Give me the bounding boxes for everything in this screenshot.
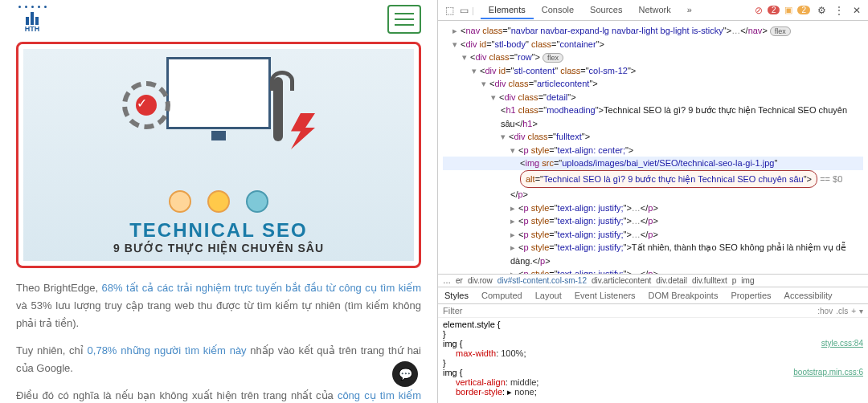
tab-layout[interactable]: Layout [529, 287, 568, 303]
tab-sources[interactable]: Sources [582, 2, 630, 19]
elements-tree[interactable]: ▸<nav class="navbar navbar-expand-lg nav… [438, 21, 868, 274]
tab-listeners[interactable]: Event Listeners [568, 287, 642, 303]
devtools-topbar: ⬚ ▭ | Elements Console Sources Network »… [438, 0, 868, 21]
device-icon[interactable]: ▭ [457, 4, 470, 17]
cls-toggle[interactable]: .cls [836, 307, 848, 315]
site-header: HTH [16, 0, 421, 39]
styles-more-icon[interactable]: ▾ [859, 307, 863, 315]
breadcrumb[interactable]: … er div.row div#stl-content.col-sm-12 d… [438, 274, 868, 287]
error-count[interactable]: 2 [768, 6, 780, 14]
styles-panel: Styles Computed Layout Event Listeners D… [438, 287, 868, 403]
devtools-panel: ⬚ ▭ | Elements Console Sources Network »… [438, 0, 868, 403]
filter-input[interactable] [443, 306, 817, 315]
logo-text: HTH [25, 25, 40, 33]
tab-accessibility[interactable]: Accessibility [778, 287, 839, 303]
warning-icon[interactable]: ▣ [784, 5, 792, 15]
menu-button[interactable] [387, 5, 421, 34]
hero-image: ✓ TECHNICAL SEO 9 BƯỚC THỰC HIỆN CHUYÊN … [16, 42, 421, 268]
tab-console[interactable]: Console [534, 2, 582, 19]
hero-subtitle: 9 BƯỚC THỰC HIỆN CHUYÊN SÂU [113, 242, 324, 254]
gear-icon[interactable]: ⚙ [815, 4, 828, 17]
close-icon[interactable]: ✕ [850, 4, 863, 17]
logo[interactable]: HTH [16, 6, 48, 33]
tab-styles[interactable]: Styles [438, 287, 475, 303]
tab-more[interactable]: » [679, 2, 700, 19]
link-search-stat[interactable]: 0,78% những người tìm kiếm này [88, 344, 247, 356]
link-brightedge[interactable]: 68% tất cả các trải nghiệm trực tuyến bắ… [101, 282, 421, 294]
tab-computed[interactable]: Computed [475, 287, 529, 303]
hov-toggle[interactable]: :hov [817, 307, 833, 315]
tab-breakpoints[interactable]: DOM Breakpoints [642, 287, 725, 303]
add-rule-icon[interactable]: + [851, 307, 856, 315]
tab-network[interactable]: Network [630, 2, 678, 19]
inspect-icon[interactable]: ⬚ [443, 4, 456, 17]
tab-properties[interactable]: Properties [724, 287, 777, 303]
selected-element[interactable]: <img src="uploads/images/bai_viet/SEO/te… [443, 157, 863, 170]
tab-elements[interactable]: Elements [481, 2, 534, 19]
hero-title: TECHNICAL SEO [129, 219, 308, 242]
more-icon[interactable]: ⋮ [833, 4, 845, 17]
warning-count[interactable]: 2 [797, 6, 810, 14]
error-icon[interactable]: ⊘ [755, 5, 763, 16]
article-content: Theo BrightEdge, 68% tất cả các trải ngh… [16, 279, 421, 403]
chat-button[interactable]: 💬 [392, 361, 418, 387]
